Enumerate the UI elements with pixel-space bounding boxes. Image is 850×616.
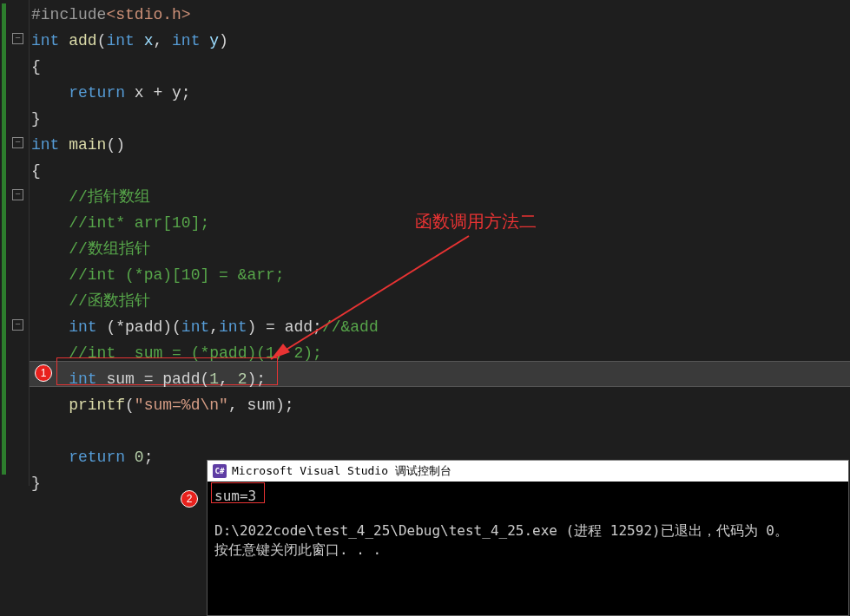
change-indicator <box>2 3 6 475</box>
editor-gutter: − − − − <box>0 0 30 486</box>
code-line: { <box>31 54 850 80</box>
code-line: //int (*pa)[10] = &arr; <box>31 262 850 288</box>
vs-icon: C# <box>213 464 227 478</box>
fold-icon[interactable]: − <box>12 189 23 200</box>
code-line: int (*padd)(int,int) = add;//&add <box>31 314 850 340</box>
code-line: } <box>31 106 850 132</box>
console-output-line: sum=3 <box>214 487 256 506</box>
code-line: return x + y; <box>31 80 850 106</box>
annotation-badge-2: 2 <box>181 490 198 508</box>
code-line: int add(int x, int y) <box>31 28 850 54</box>
debug-console-window[interactable]: C# Microsoft Visual Studio 调试控制台 sum=3 D… <box>207 460 849 616</box>
code-line: //int sum = (*padd)(1, 2); <box>31 340 850 366</box>
code-line: { <box>31 158 850 184</box>
fold-icon[interactable]: − <box>12 137 23 148</box>
code-line: int main() <box>31 132 850 158</box>
code-editor[interactable]: − − − − #include<stdio.h> int add(int x,… <box>0 0 850 616</box>
fold-icon[interactable]: − <box>12 319 23 331</box>
code-content[interactable]: #include<stdio.h> int add(int x, int y) … <box>31 2 850 496</box>
code-line: int sum = padd(1, 2); <box>31 366 850 392</box>
code-line: //函数指针 <box>31 288 850 314</box>
console-exit-line: D:\2022code\test_4_25\Debug\test_4_25.ex… <box>214 521 841 541</box>
console-title-text: Microsoft Visual Studio 调试控制台 <box>232 461 451 482</box>
console-body: sum=3 D:\2022code\test_4_25\Debug\test_4… <box>208 482 848 565</box>
code-line: //数组指针 <box>31 236 850 262</box>
console-titlebar[interactable]: C# Microsoft Visual Studio 调试控制台 <box>208 461 848 482</box>
code-line: //指针数组 <box>31 184 850 210</box>
annotation-badge-1: 1 <box>35 364 52 382</box>
code-line: #include<stdio.h> <box>31 2 850 28</box>
code-line: printf("sum=%d\n", sum); <box>31 392 850 418</box>
console-prompt-line: 按任意键关闭此窗口. . . <box>214 541 841 560</box>
fold-icon[interactable]: − <box>12 33 23 44</box>
code-line <box>31 418 850 444</box>
annotation-label: 函数调用方法二 <box>415 210 537 233</box>
